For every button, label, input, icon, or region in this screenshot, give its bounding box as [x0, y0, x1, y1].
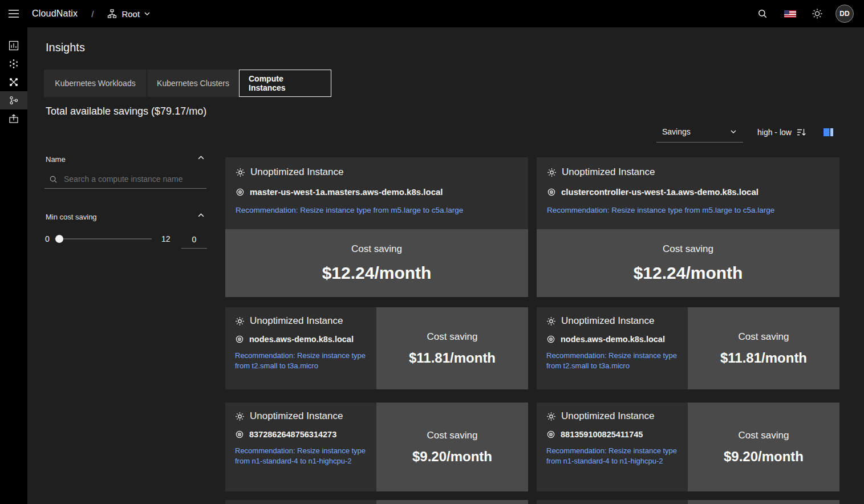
cost-saving-label: Cost saving	[663, 243, 713, 255]
org-selector[interactable]: Root	[107, 9, 150, 19]
card-header: Unoptimized Instance clustercontroller-u…	[537, 157, 839, 229]
insight-card[interactable]: Unoptimized Instance 881359100825411745 …	[537, 403, 839, 491]
language-button[interactable]	[776, 0, 804, 27]
cost-saving-panel: Cost saving $9.20/month	[376, 403, 528, 491]
slider-max-label: 12	[161, 234, 171, 243]
card-title-text: Unoptimized Instance	[561, 315, 654, 327]
search-button[interactable]	[749, 0, 776, 27]
app-root: CloudNatix / Root	[0, 0, 864, 504]
sidebar-item-workloads[interactable]	[0, 73, 27, 91]
total-savings-heading: Total available savings ($79.17/mo)	[46, 105, 206, 117]
cost-saving-panel: Cost saving $12.24/month	[225, 229, 528, 297]
target-icon	[547, 188, 556, 197]
name-accordion-chevron-up-icon[interactable]	[198, 156, 204, 160]
card-header: Unoptimized Instance master-us-west-1a.m…	[225, 157, 528, 229]
card-header: Unoptimized Instance 8372862648756314273…	[225, 403, 376, 491]
gear-icon	[546, 412, 556, 421]
cluster-icon	[9, 59, 19, 69]
tab-compute-instances[interactable]: Compute Instances	[239, 70, 331, 97]
recommendation-link[interactable]: Recommendation: Resize instance type fro…	[235, 446, 367, 466]
tab-kubernetes-workloads[interactable]: Kubernetes Workloads	[44, 70, 147, 97]
cost-saving-panel: Cost saving $9.20/month	[688, 403, 839, 491]
chevron-down-icon	[144, 12, 150, 15]
min-cost-label: Min cost saving	[46, 213, 97, 221]
card-header: Unoptimized Instance nodes.aws-demo.k8s.…	[537, 307, 688, 389]
sort-descending-icon	[797, 128, 806, 136]
min-cost-slider-handle[interactable]	[55, 235, 63, 243]
min-cost-accordion-chevron-up-icon[interactable]	[198, 213, 204, 217]
sidebar-item-clusters[interactable]	[0, 55, 27, 73]
card-header: Unoptimized Instance 881359100825411745 …	[537, 403, 688, 491]
cost-saving-label: Cost saving	[351, 243, 402, 255]
instance-name: clustercontroller-us-west-1a.aws-demo.k8…	[561, 187, 758, 197]
insight-card[interactable]: Unoptimized Instance 8372862648756314273…	[225, 403, 528, 491]
min-cost-input[interactable]	[181, 230, 207, 249]
recommendation-link[interactable]: Recommendation: Resize instance type fro…	[547, 205, 829, 216]
instance-name: master-us-west-1a.masters.aws-demo.k8s.l…	[250, 187, 443, 197]
recommendation-link[interactable]: Recommendation: Resize instance type fro…	[546, 351, 678, 371]
card-title-text: Unoptimized Instance	[250, 315, 343, 327]
tab-bar: Kubernetes Workloads Kubernetes Clusters…	[44, 70, 331, 97]
gear-icon	[236, 168, 245, 177]
topbar-actions: DD	[749, 0, 858, 27]
sort-field-select[interactable]: Savings	[656, 121, 743, 143]
avatar: DD	[835, 5, 854, 23]
insight-card-partial[interactable]	[225, 500, 528, 504]
instance-name: nodes.aws-demo.k8s.local	[249, 335, 354, 344]
insight-card[interactable]: Unoptimized Instance clustercontroller-u…	[537, 157, 839, 297]
sidebar-item-deploy[interactable]	[0, 109, 27, 128]
insight-card-partial[interactable]	[537, 500, 839, 504]
sort-order-label: high - low	[757, 128, 792, 137]
recommendation-link[interactable]: Recommendation: Resize instance type fro…	[236, 205, 518, 216]
gear-icon	[546, 316, 556, 326]
recommendation-link[interactable]: Recommendation: Resize instance type fro…	[546, 446, 678, 466]
sidebar-item-dashboard[interactable]	[0, 36, 27, 55]
insight-card[interactable]: Unoptimized Instance master-us-west-1a.m…	[225, 157, 528, 297]
target-icon	[546, 335, 555, 344]
cost-saving-label: Cost saving	[739, 331, 789, 343]
cost-saving-panel	[376, 500, 528, 504]
user-menu-button[interactable]: DD	[831, 0, 858, 27]
cost-saving-label: Cost saving	[427, 331, 478, 343]
menu-button[interactable]	[0, 0, 27, 27]
insight-card[interactable]: Unoptimized Instance nodes.aws-demo.k8s.…	[537, 307, 839, 389]
target-icon	[546, 430, 555, 439]
topbar: CloudNatix / Root	[0, 0, 864, 27]
search-input[interactable]	[63, 174, 202, 184]
card-view-toggle[interactable]	[824, 128, 833, 136]
cost-saving-label: Cost saving	[739, 430, 789, 441]
card-header: Unoptimized Instance nodes.aws-demo.k8s.…	[225, 307, 376, 389]
page-title: Insights	[46, 41, 85, 54]
gear-icon	[235, 316, 245, 326]
target-icon	[235, 335, 244, 344]
brand-logo[interactable]: CloudNatix	[32, 9, 78, 19]
cost-saving-amount: $11.81/month	[409, 350, 496, 366]
search-icon	[49, 175, 58, 184]
cost-saving-amount: $12.24/month	[322, 263, 432, 283]
cost-saving-panel: Cost saving $11.81/month	[376, 307, 528, 389]
target-icon	[236, 188, 245, 197]
gear-icon	[235, 412, 245, 421]
target-icon	[235, 430, 244, 439]
card-view-icon	[824, 128, 833, 136]
search-icon	[757, 9, 768, 19]
org-tree-icon	[107, 9, 117, 18]
insight-card[interactable]: Unoptimized Instance nodes.aws-demo.k8s.…	[225, 307, 528, 389]
sort-order-toggle[interactable]: high - low	[757, 128, 806, 137]
cost-saving-amount: $9.20/month	[724, 449, 804, 465]
sort-field-value: Savings	[662, 127, 691, 136]
filter-name-label: Name	[46, 155, 66, 164]
sun-icon	[812, 8, 823, 19]
cost-saving-amount: $12.24/month	[634, 263, 743, 283]
instance-search	[44, 170, 206, 189]
workload-flow-icon	[9, 77, 19, 87]
slider-min-label: 0	[45, 234, 50, 243]
theme-toggle-button[interactable]	[804, 0, 831, 27]
cost-saving-panel	[688, 500, 839, 504]
tab-kubernetes-clusters[interactable]: Kubernetes Clusters	[147, 70, 239, 97]
min-cost-slider-track[interactable]	[55, 238, 152, 239]
cost-saving-panel: Cost saving $12.24/month	[537, 229, 839, 297]
cost-saving-label: Cost saving	[427, 430, 478, 441]
sidebar-item-insights[interactable]	[0, 91, 27, 109]
recommendation-link[interactable]: Recommendation: Resize instance type fro…	[235, 351, 367, 371]
